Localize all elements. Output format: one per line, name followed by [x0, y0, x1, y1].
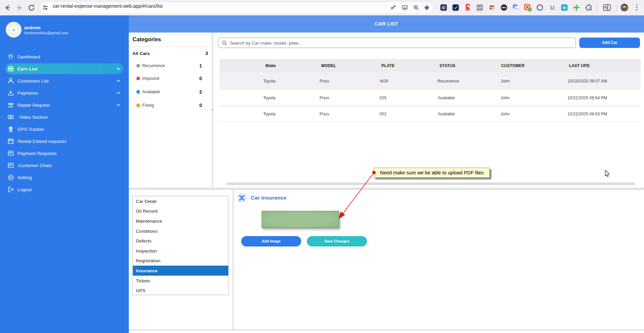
svg-text:M: M: [563, 6, 566, 10]
svg-text:3: 3: [529, 8, 531, 11]
svg-text:A: A: [516, 7, 519, 10]
svg-text:Web: Web: [502, 6, 506, 9]
svg-text:</>: </>: [477, 6, 483, 10]
svg-text:SEO: SEO: [465, 9, 471, 11]
svg-text:U: U: [550, 4, 554, 11]
